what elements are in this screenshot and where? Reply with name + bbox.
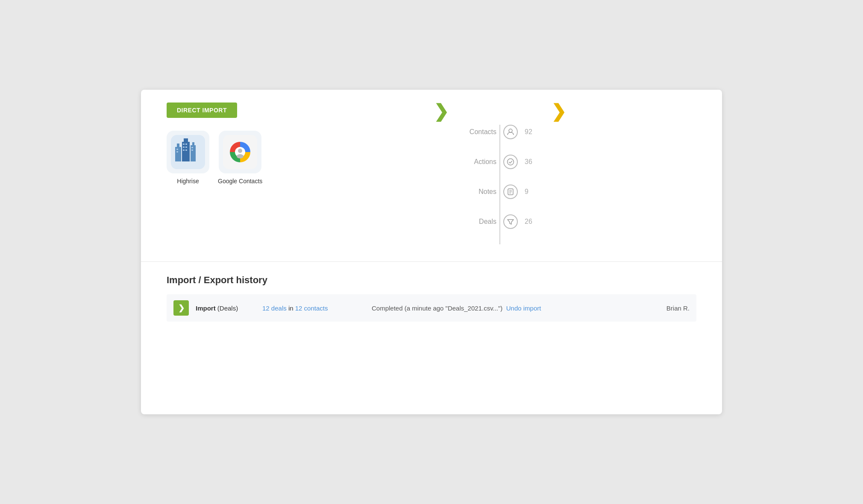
svg-marker-27	[508, 220, 514, 224]
main-card: DIRECT IMPORT	[141, 90, 722, 414]
svg-rect-9	[183, 144, 185, 145]
person-icon	[507, 128, 514, 136]
history-row: ❯ Import (Deals) 12 deals in 12 contacts…	[167, 294, 696, 322]
history-type: Import (Deals)	[196, 305, 255, 312]
svg-point-20	[237, 154, 244, 158]
svg-rect-14	[185, 149, 187, 151]
svg-point-21	[509, 129, 512, 132]
history-status-text: Completed (a minute ago "Deals_2021.csv.…	[372, 305, 502, 312]
highrise-label: Highrise	[177, 178, 199, 185]
filter-icon	[507, 218, 514, 226]
pipeline-item-actions: Actions 36	[462, 155, 537, 169]
history-expand-button[interactable]: ❯	[173, 300, 189, 316]
svg-rect-15	[191, 147, 193, 148]
import-icons-list: Highrise	[167, 131, 303, 185]
google-contacts-label: Google Contacts	[218, 178, 262, 185]
history-stats: 12 deals in 12 contacts	[262, 305, 365, 312]
top-section: DIRECT IMPORT	[141, 90, 722, 261]
left-arrow-icon: ❯	[434, 103, 449, 120]
svg-rect-13	[183, 149, 185, 151]
section-divider	[141, 261, 722, 262]
highrise-icon-box	[167, 131, 209, 173]
svg-rect-4	[184, 138, 188, 142]
svg-rect-6	[192, 142, 194, 145]
svg-point-19	[238, 149, 242, 153]
undo-import-link[interactable]: Undo import	[506, 305, 541, 312]
pipeline-count-actions: 36	[525, 158, 537, 166]
pipeline-label-notes: Notes	[462, 188, 496, 196]
pipeline-circle-deals	[503, 214, 518, 229]
note-icon	[507, 188, 514, 196]
pipeline-label-deals: Deals	[462, 218, 496, 226]
pipeline-circle-actions	[503, 155, 518, 169]
svg-rect-16	[191, 149, 193, 151]
svg-rect-7	[176, 149, 178, 150]
history-section: Import / Export history ❯ Import (Deals)…	[141, 275, 722, 339]
google-contacts-integration[interactable]: Google Contacts	[218, 131, 262, 185]
highrise-svg-icon	[171, 135, 205, 169]
pipeline-count-deals: 26	[525, 218, 537, 226]
history-table: ❯ Import (Deals) 12 deals in 12 contacts…	[167, 294, 696, 322]
history-type-bold: Import	[196, 305, 216, 312]
svg-point-22	[508, 159, 514, 165]
history-status: Completed (a minute ago "Deals_2021.csv.…	[372, 305, 640, 312]
highrise-integration[interactable]: Highrise	[167, 131, 209, 185]
pipeline-count-notes: 9	[525, 188, 537, 196]
history-contacts-link[interactable]: 12 contacts	[295, 305, 328, 312]
svg-rect-2	[177, 144, 179, 147]
pipeline-circle-notes	[503, 185, 518, 199]
svg-rect-12	[185, 147, 187, 148]
history-stats-in: in	[288, 305, 295, 312]
right-arrow-icon: ❯	[551, 103, 566, 120]
history-title: Import / Export history	[167, 275, 696, 286]
pipeline: Contacts 92 Actions	[462, 125, 537, 244]
svg-rect-8	[176, 151, 178, 152]
center-section: ❯ ❯ Contacts 92	[303, 103, 696, 244]
pipeline-label-actions: Actions	[462, 158, 496, 166]
pipeline-circle-contacts	[503, 125, 518, 139]
pipeline-item-notes: Notes 9	[462, 185, 537, 199]
pipeline-label-contacts: Contacts	[462, 128, 496, 136]
arrows-row: ❯ ❯	[434, 103, 566, 120]
history-type-detail: (Deals)	[217, 305, 238, 312]
pipeline-count-contacts: 92	[525, 128, 537, 136]
google-contacts-icon-box	[219, 131, 261, 173]
svg-rect-11	[183, 147, 185, 148]
history-user: Brian R.	[647, 305, 690, 312]
check-icon	[507, 158, 514, 166]
history-deals-link[interactable]: 12 deals	[262, 305, 287, 312]
svg-rect-10	[185, 144, 187, 145]
direct-import-panel: DIRECT IMPORT	[167, 103, 303, 244]
direct-import-button[interactable]: DIRECT IMPORT	[167, 103, 237, 118]
pipeline-item-deals: Deals 26	[462, 214, 537, 229]
pipeline-item-contacts: Contacts 92	[462, 125, 537, 139]
google-contacts-svg-icon	[223, 135, 257, 169]
